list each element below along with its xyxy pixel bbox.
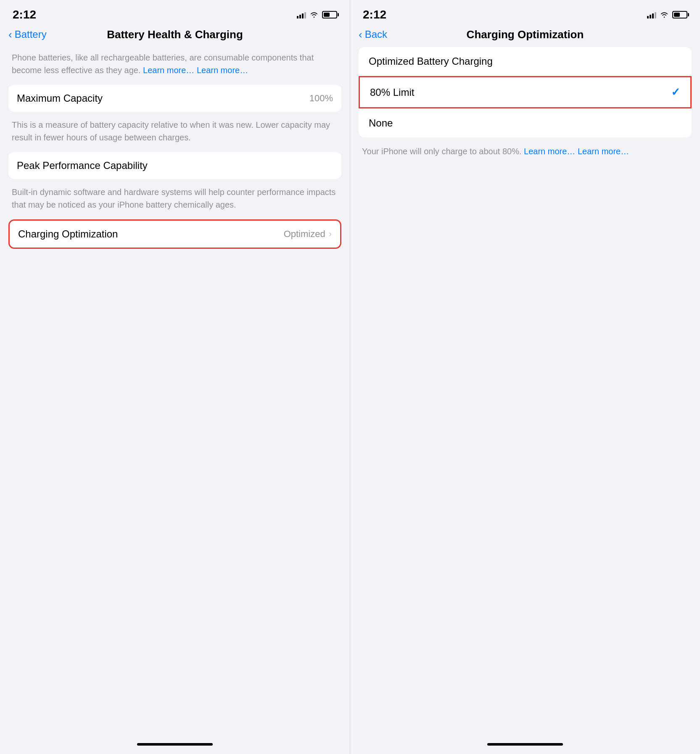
charging-optimization-card[interactable]: Charging Optimization Optimized › xyxy=(8,219,341,249)
max-capacity-row: Maximum Capacity 100% xyxy=(17,85,333,112)
chevron-left-icon-right: ‹ xyxy=(359,29,362,40)
back-label-right: Back xyxy=(365,29,387,40)
left-panel: 2:12 ‹ Battery Battery Health & Charging xyxy=(0,0,350,754)
charging-options-group: Optimized Battery Charging 80% Limit ✓ N… xyxy=(359,47,692,137)
time-left: 2:12 xyxy=(13,8,36,21)
max-capacity-card: Maximum Capacity 100% xyxy=(8,85,341,112)
peak-performance-label: Peak Performance Capability xyxy=(17,160,148,171)
page-title-right: Charging Optimization xyxy=(467,28,584,41)
chevron-right-icon: › xyxy=(329,229,332,240)
battery-icon-right xyxy=(672,11,687,18)
max-capacity-label: Maximum Capacity xyxy=(17,92,103,104)
nav-header-left: ‹ Battery Battery Health & Charging xyxy=(0,25,350,47)
signal-icon-left xyxy=(297,11,306,18)
battery-icon-left xyxy=(322,11,337,18)
learn-more-link-left-text[interactable]: Learn more… xyxy=(197,66,248,75)
wifi-icon-left xyxy=(309,11,319,18)
charging-optimization-row[interactable]: Charging Optimization Optimized › xyxy=(18,221,332,248)
back-button-right[interactable]: ‹ Back xyxy=(359,29,387,40)
content-left: Phone batteries, like all rechargeable b… xyxy=(0,47,350,743)
signal-icon-right xyxy=(647,11,656,18)
option-optimized-label: Optimized Battery Charging xyxy=(369,55,493,67)
back-label-left: Battery xyxy=(15,29,47,40)
max-capacity-desc: This is a measure of battery capacity re… xyxy=(8,117,341,152)
checkmark-icon: ✓ xyxy=(671,86,680,99)
status-icons-left xyxy=(297,11,337,18)
battery-description: Phone batteries, like all rechargeable b… xyxy=(8,47,341,85)
home-indicator-right xyxy=(487,743,563,746)
peak-performance-card: Peak Performance Capability xyxy=(8,152,341,179)
option-80-label: 80% Limit xyxy=(370,87,414,98)
back-button-left[interactable]: ‹ Battery xyxy=(8,29,47,40)
learn-more-link-right[interactable]: Learn more… xyxy=(524,147,575,156)
peak-performance-row: Peak Performance Capability xyxy=(17,152,333,179)
content-right: Optimized Battery Charging 80% Limit ✓ N… xyxy=(350,47,700,743)
status-icons-right xyxy=(647,11,687,18)
learn-more-link-left[interactable]: Learn more… xyxy=(143,66,194,75)
wifi-icon-right xyxy=(660,11,669,18)
option-80-row[interactable]: 80% Limit ✓ xyxy=(359,76,692,108)
charging-optimization-right: Optimized › xyxy=(284,229,332,240)
option-optimized-row[interactable]: Optimized Battery Charging xyxy=(359,47,692,76)
chevron-left-icon: ‹ xyxy=(8,29,12,40)
sub-description: Your iPhone will only charge to about 80… xyxy=(359,142,692,166)
option-none-label: None xyxy=(369,117,393,129)
nav-header-right: ‹ Back Charging Optimization xyxy=(350,25,700,47)
option-none-row[interactable]: None xyxy=(359,108,692,137)
status-bar-left: 2:12 xyxy=(0,0,350,25)
status-bar-right: 2:12 xyxy=(350,0,700,25)
page-title-left: Battery Health & Charging xyxy=(107,28,243,41)
max-capacity-value: 100% xyxy=(309,93,333,104)
time-right: 2:12 xyxy=(363,8,386,21)
charging-optimization-value: Optimized xyxy=(284,229,325,240)
charging-optimization-label: Charging Optimization xyxy=(18,228,118,240)
peak-desc: Built-in dynamic software and hardware s… xyxy=(8,184,341,219)
home-indicator-left xyxy=(137,743,213,746)
right-panel: 2:12 ‹ Back Charging Optimization xyxy=(350,0,700,754)
learn-more-right-text[interactable]: Learn more… xyxy=(578,147,629,156)
